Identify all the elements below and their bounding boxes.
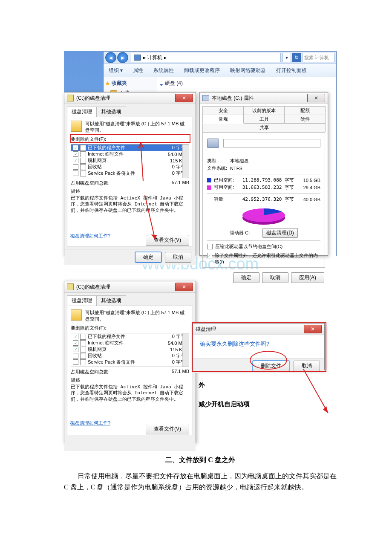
file-list[interactable]: ✓已下载的程序文件0 字节✓Internet 临时文件54.0 MB✓脱机网页1…: [71, 144, 189, 178]
how-it-works-link[interactable]: 磁盘清理如何工作?: [70, 420, 110, 426]
tab-security[interactable]: 安全: [202, 106, 244, 115]
view-files-button[interactable]: 查看文件(V): [146, 235, 189, 246]
tab-general[interactable]: 常规: [202, 115, 244, 124]
file-row[interactable]: Service Pack 备份文件0 字节: [71, 359, 189, 365]
sidebar-favorites[interactable]: ★ 收藏夹: [105, 80, 154, 87]
document-paragraph: 日常使用电脑，尽量不要把文件存放在电脑桌面上，因为电脑桌面上的文件其实都是在 C…: [64, 471, 337, 492]
file-row[interactable]: ✓Internet 临时文件54.0 MB: [71, 340, 189, 346]
delete-files-button[interactable]: 删除文件: [253, 361, 289, 371]
file-checkbox[interactable]: [73, 359, 78, 365]
close-button[interactable]: ✕: [307, 94, 325, 102]
pie-chart: [240, 206, 287, 226]
file-icon: [80, 164, 86, 170]
file-checkbox[interactable]: ✓: [73, 347, 78, 352]
tab-tools[interactable]: 工具: [243, 115, 285, 124]
file-name: 已下载的程序文件: [88, 333, 160, 340]
description-text: 已下载的程序文件包括 ActiveX 控件和 Java 小程序，您查看特定网页时…: [71, 195, 189, 214]
file-checkbox[interactable]: ✓: [73, 158, 78, 163]
file-name: Service Pack 备份文件: [88, 170, 160, 176]
tab-previous[interactable]: 以前的版本: [243, 106, 285, 115]
toolbar-map-drive[interactable]: 映射网络驱动器: [225, 67, 271, 74]
disk-cleanup-dialog-2: (C:)的磁盘清理 ✕ 磁盘清理 其他选项 可以使用"磁盘清理"来释放 (C:)…: [64, 281, 196, 443]
tab-quota[interactable]: 配额: [284, 106, 326, 115]
confirm-message: 确实要永久删除这些文件吗?: [193, 335, 324, 358]
file-row[interactable]: 回收站0 字节: [71, 353, 189, 359]
refresh-button[interactable]: ↻: [292, 53, 301, 62]
close-button[interactable]: ✕: [175, 283, 193, 291]
toolbar-control-panel[interactable]: 打开控制面板: [271, 67, 312, 74]
toolbar-properties[interactable]: 属性: [128, 67, 148, 74]
tab-sharing[interactable]: 共享: [202, 123, 326, 132]
file-icon: [80, 340, 86, 346]
forward-button[interactable]: ►: [117, 52, 128, 63]
dialog-title: 本地磁盘 (C:) 属性: [212, 95, 254, 102]
file-row[interactable]: ✓Internet 临时文件54.0 MB: [71, 151, 189, 157]
file-icon: [80, 347, 86, 353]
file-checkbox[interactable]: ✓: [73, 151, 78, 157]
tab-other[interactable]: 其他选项: [96, 295, 126, 306]
file-row[interactable]: ✓脱机网页115 KB: [71, 157, 189, 164]
used-gb: 10.5 GB: [297, 178, 320, 183]
dialog-title: 磁盘清理: [196, 326, 216, 333]
dialog-titlebar: (C:)的磁盘清理 ✕: [64, 92, 196, 104]
favorites-label: 收藏夹: [112, 80, 127, 87]
capacity-label: 容量:: [214, 196, 238, 202]
compress-checkbox[interactable]: [207, 244, 213, 249]
disk-cleanup-button[interactable]: 磁盘清理(D): [262, 228, 298, 238]
file-checkbox[interactable]: ✓: [73, 340, 78, 346]
file-checkbox[interactable]: ✓: [73, 145, 78, 150]
toolbar-system-props[interactable]: 系统属性: [148, 67, 179, 74]
capacity-gb: 40.0 GB: [297, 197, 320, 202]
disk-icon: [71, 309, 82, 321]
drive-name-input[interactable]: [223, 139, 320, 147]
free-swatch: [207, 185, 211, 190]
address-dropdown[interactable]: ▾: [282, 53, 291, 62]
view-files-button[interactable]: 查看文件(V): [146, 424, 189, 434]
close-button[interactable]: ✕: [175, 94, 193, 102]
how-it-works-link[interactable]: 磁盘清理如何工作?: [70, 233, 110, 239]
address-bar[interactable]: ▸ 计算机 ▸: [131, 53, 281, 62]
file-name: Service Pack 备份文件: [88, 359, 160, 365]
tab-cleanup[interactable]: 磁盘清理: [67, 107, 97, 117]
tab-hardware[interactable]: 硬件: [284, 115, 326, 124]
file-checkbox[interactable]: ✓: [73, 334, 78, 339]
back-button[interactable]: ◄: [105, 52, 116, 63]
file-row[interactable]: ✓已下载的程序文件0 字节: [71, 333, 189, 340]
scrollbar[interactable]: [182, 145, 189, 178]
dialog-titlebar: 本地磁盘 (C:) 属性 ✕: [200, 92, 328, 104]
file-row[interactable]: 回收站0 字节: [71, 164, 189, 170]
used-bytes: 11,288,793,088 字节: [238, 177, 297, 183]
file-checkbox[interactable]: [73, 171, 78, 176]
cleanup-icon: [67, 95, 74, 101]
file-row[interactable]: Service Pack 备份文件0 字节: [71, 170, 189, 176]
drive-icon: [202, 95, 209, 101]
chevron-down-icon: [160, 81, 165, 87]
used-swatch: [207, 178, 211, 182]
file-row[interactable]: ✓脱机网页115 KB: [71, 346, 189, 353]
tab-cleanup[interactable]: 磁盘清理: [67, 295, 97, 306]
svg-marker-9: [323, 406, 328, 413]
confirm-delete-dialog: 磁盘清理 ✕ 确实要永久删除这些文件吗? 删除文件 取消: [193, 323, 325, 370]
search-placeholder: 搜索 计算机: [304, 55, 329, 61]
file-list[interactable]: ✓已下载的程序文件0 字节✓Internet 临时文件54.0 MB✓脱机网页1…: [71, 333, 189, 367]
dialog-titlebar: 磁盘清理 ✕: [193, 324, 324, 335]
total-value: 57.1 MB: [172, 180, 189, 186]
ok-button[interactable]: 确定: [135, 252, 161, 263]
fs-label: 文件系统:: [207, 165, 230, 171]
scrollbar[interactable]: [182, 333, 189, 367]
delete-files-label: 要删除的文件(F):: [71, 136, 189, 142]
search-box[interactable]: 搜索 计算机: [302, 53, 334, 62]
index-checkbox[interactable]: ✓: [207, 253, 212, 258]
file-checkbox[interactable]: [73, 164, 78, 170]
tab-other[interactable]: 其他选项: [96, 107, 126, 117]
toolbar-organize[interactable]: 组织 ▾: [104, 67, 128, 74]
file-checkbox[interactable]: [73, 353, 78, 358]
close-button[interactable]: ✕: [304, 325, 322, 333]
cancel-button[interactable]: 取消: [294, 361, 320, 371]
toolbar-uninstall[interactable]: 卸载或更改程序: [179, 67, 225, 74]
total-label: 占用磁盘空间总数:: [71, 180, 110, 186]
drives-group[interactable]: 硬盘 (4): [160, 80, 333, 89]
cancel-button[interactable]: 取消: [165, 252, 191, 263]
type-label: 类型:: [207, 158, 230, 164]
file-row[interactable]: ✓已下载的程序文件0 字节: [71, 145, 189, 151]
